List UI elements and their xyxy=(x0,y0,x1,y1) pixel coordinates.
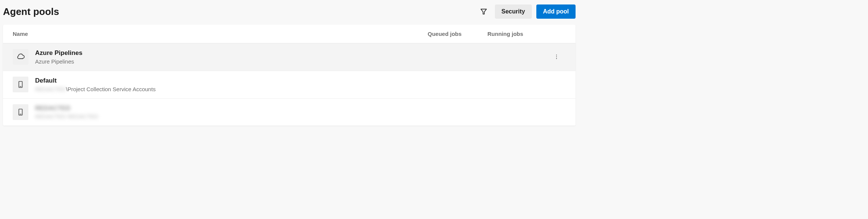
more-actions-button[interactable] xyxy=(551,51,562,63)
svg-marker-0 xyxy=(481,9,486,14)
page-title: Agent pools xyxy=(3,6,59,18)
pool-name: Default xyxy=(35,76,428,85)
add-pool-button[interactable]: Add pool xyxy=(536,4,576,19)
filter-icon xyxy=(480,8,487,15)
pool-owner-text: \Project Collection Service Accounts xyxy=(66,86,156,92)
agent-pools-table: Name Queued jobs Running jobs Azure Pipe… xyxy=(3,25,576,126)
security-button[interactable]: Security xyxy=(495,4,532,19)
column-header-running-jobs[interactable]: Running jobs xyxy=(487,31,547,37)
pool-owner: Azure Pipelines xyxy=(35,58,428,65)
row-actions xyxy=(547,51,566,63)
filter-button[interactable] xyxy=(477,5,490,18)
pool-name: REDACTED xyxy=(35,104,428,113)
server-icon xyxy=(13,104,28,120)
pool-name: Azure Pipelines xyxy=(35,49,428,58)
row-text: Azure PipelinesAzure Pipelines xyxy=(35,49,428,65)
row-text: REDACTEDREDACTED REDACTED xyxy=(35,104,428,121)
server-icon xyxy=(13,77,28,92)
svg-point-1 xyxy=(556,55,557,56)
column-header-name[interactable]: Name xyxy=(13,31,428,37)
cloud-icon xyxy=(13,49,28,65)
header-actions: Security Add pool xyxy=(477,4,576,19)
svg-point-3 xyxy=(556,58,557,59)
table-row[interactable]: Azure PipelinesAzure Pipelines xyxy=(3,43,576,71)
svg-point-2 xyxy=(556,56,557,57)
column-header-queued-jobs[interactable]: Queued jobs xyxy=(428,31,487,37)
table-row[interactable]: DefaultREDACTED\Project Collection Servi… xyxy=(3,71,576,99)
more-vertical-icon xyxy=(554,54,559,60)
table-row[interactable]: REDACTEDREDACTED REDACTED xyxy=(3,99,576,126)
row-text: DefaultREDACTED\Project Collection Servi… xyxy=(35,76,428,93)
pool-owner: REDACTED\Project Collection Service Acco… xyxy=(35,85,428,93)
pool-owner-prefix: REDACTED xyxy=(35,85,66,93)
pool-owner: REDACTED REDACTED xyxy=(35,112,428,120)
table-header: Name Queued jobs Running jobs xyxy=(3,25,576,43)
